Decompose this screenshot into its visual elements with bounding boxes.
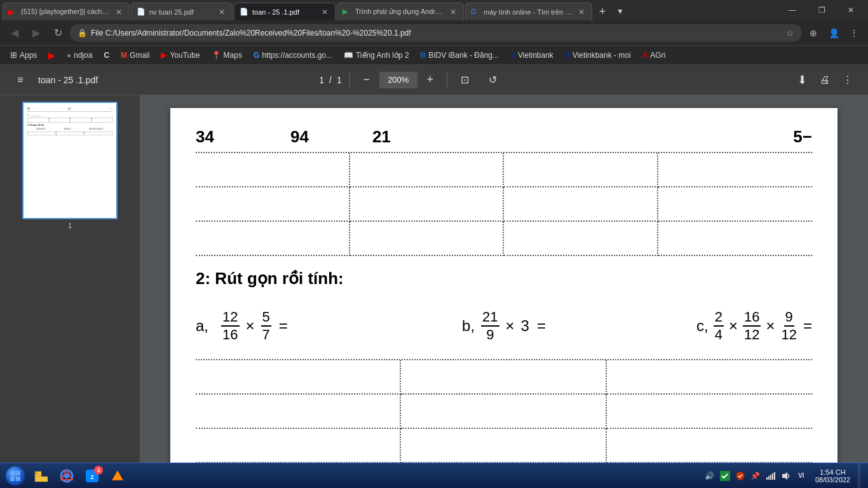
bookmark-maps[interactable]: 📍 Maps bbox=[207, 50, 247, 61]
fit-page-button[interactable]: ⊡ bbox=[455, 70, 475, 90]
tab-toan25[interactable]: 📄 toan - 25 .1.pdf ✕ bbox=[234, 3, 336, 20]
systray-network[interactable] bbox=[764, 470, 777, 482]
tab-close-3[interactable]: ✕ bbox=[320, 7, 330, 17]
svg-rect-0 bbox=[10, 471, 15, 475]
zoom-out-button[interactable]: − bbox=[358, 71, 376, 89]
bookmark-apps[interactable]: ⊞ Apps bbox=[5, 49, 42, 61]
systray-shield[interactable] bbox=[734, 470, 747, 482]
extensions-button[interactable]: ⊕ bbox=[804, 24, 822, 42]
tab-close-4[interactable]: ✕ bbox=[448, 7, 458, 17]
tabs-dropdown-button[interactable]: ▼ bbox=[611, 3, 629, 20]
tab-close-1[interactable]: ✕ bbox=[114, 7, 124, 17]
dotted-grid-bottom bbox=[196, 359, 812, 463]
address-text: File C:/Users/Administrator/Documents/Za… bbox=[91, 29, 782, 37]
bookmark-c[interactable]: C bbox=[98, 50, 114, 61]
bookmark-agri[interactable]: A AGri bbox=[637, 50, 671, 61]
maximize-button[interactable]: ❐ bbox=[807, 0, 836, 20]
taskbar-chrome[interactable] bbox=[55, 464, 79, 487]
tab-favicon-4: ▶ bbox=[342, 8, 351, 17]
bookmark-bidv[interactable]: B BIDV iBank - Đăng... bbox=[416, 50, 504, 61]
frac2-denominator: 7 bbox=[261, 327, 271, 343]
problem-a-label: a, bbox=[196, 317, 208, 335]
tab-close-2[interactable]: ✕ bbox=[217, 7, 227, 17]
tab-playtogether[interactable]: ▶ (515) [playtogether]|| cách tả... ✕ bbox=[3, 3, 130, 20]
pdf-menu-button[interactable]: ≡ bbox=[10, 70, 31, 90]
systray-checkmark[interactable] bbox=[719, 470, 731, 482]
taskbar-app4[interactable] bbox=[105, 464, 130, 487]
systray-pin[interactable]: 📌 bbox=[749, 470, 762, 482]
bookmark-youtube[interactable]: ▶ YouTube bbox=[156, 49, 205, 61]
rotate-button[interactable]: ↺ bbox=[483, 70, 503, 90]
checkmark-icon bbox=[720, 471, 730, 481]
tab-google[interactable]: G máy tính online - Tìm trên Go... ✕ bbox=[465, 3, 592, 20]
grid-cell-3 bbox=[504, 153, 658, 187]
taskbar-zalo[interactable]: Z 3 bbox=[80, 464, 104, 487]
systray-1[interactable]: 🔊 bbox=[703, 470, 716, 482]
bookmark-vietinbank-moi-label: Vietinkbank - moi bbox=[573, 51, 631, 60]
bookmark-gmail[interactable]: M Gmail bbox=[116, 50, 154, 61]
top-numbers-row: 3 4 9 4 21 5− bbox=[196, 127, 812, 152]
new-tab-button[interactable]: + bbox=[593, 3, 611, 20]
bookmark-apps-label: Apps bbox=[20, 51, 37, 60]
profile-button[interactable]: 👤 bbox=[825, 24, 843, 42]
bot-cell-1 bbox=[196, 360, 401, 395]
thumbnail-page-1[interactable]: ||||||||---- 1: ____ ___ ___ 2: Rút gọn … bbox=[22, 102, 118, 229]
tab-label-5: máy tính online - Tìm trên Go... bbox=[484, 8, 573, 16]
tab-label-4: Trình phát ứng dụng Android... bbox=[355, 8, 444, 16]
section-2-number: 2: bbox=[196, 269, 210, 288]
bookmark-vietinbank-moi[interactable]: V Vietinkbank - moi bbox=[560, 50, 636, 61]
top-num-4: 4 bbox=[299, 127, 308, 147]
fraction-16-12: 16 12 bbox=[743, 309, 761, 344]
bookmark-ndjoa[interactable]: ● ndjoa bbox=[62, 50, 97, 61]
start-button[interactable] bbox=[3, 463, 28, 489]
clock-area[interactable]: 1:54 CH 08/03/2022 bbox=[810, 468, 855, 484]
tab-close-5[interactable]: ✕ bbox=[576, 7, 587, 17]
print-button[interactable]: 🖨 bbox=[815, 70, 835, 90]
zoom-in-button[interactable]: + bbox=[421, 71, 439, 89]
systray-keyboard[interactable]: VI bbox=[795, 470, 808, 482]
minimize-button[interactable]: — bbox=[778, 0, 807, 20]
windows-logo-icon bbox=[10, 470, 21, 482]
more-options-button[interactable]: ⋮ bbox=[837, 70, 858, 90]
bookmark-star-icon[interactable]: ☆ bbox=[786, 28, 794, 38]
grid-cell-2 bbox=[350, 153, 505, 187]
math-problems-row: a, 12 16 × 5 7 = b, bbox=[196, 299, 812, 359]
show-desktop-button[interactable] bbox=[858, 463, 860, 489]
tab-nvtuan[interactable]: 📄 nv tuan 25.pdf ✕ bbox=[131, 3, 233, 20]
forward-button[interactable]: ▶ bbox=[27, 24, 46, 43]
vietinbank-icon: V bbox=[510, 51, 515, 60]
download-button[interactable]: ⬇ bbox=[792, 70, 812, 90]
problem-b-times: × bbox=[506, 317, 515, 335]
problem-a-times: × bbox=[246, 317, 255, 335]
svg-rect-16 bbox=[770, 475, 771, 480]
google-icon: G bbox=[254, 51, 259, 60]
problem-a-equals: = bbox=[279, 317, 288, 335]
pdf-content-area[interactable]: 3 4 9 4 21 5− bbox=[140, 95, 868, 463]
problem-b-num: 3 bbox=[521, 317, 529, 335]
shield-icon bbox=[735, 471, 745, 481]
reload-button[interactable]: ↻ bbox=[48, 24, 67, 43]
chrome-icon bbox=[60, 469, 74, 483]
tab-android[interactable]: ▶ Trình phát ứng dụng Android... ✕ bbox=[337, 3, 464, 20]
thumbnail-page-number: 1 bbox=[68, 222, 72, 229]
bookmark-vietinbank[interactable]: V Vietinbank bbox=[505, 50, 559, 61]
start-orb bbox=[6, 466, 25, 485]
fraction-21-9: 21 9 bbox=[481, 309, 499, 344]
back-button[interactable]: ◀ bbox=[5, 24, 24, 43]
bookmark-google-accounts[interactable]: G https://accounts.go... bbox=[248, 50, 337, 61]
bookmark-tieng-anh[interactable]: 📖 Tiếng Anh lớp 2 bbox=[339, 50, 414, 61]
network-icon bbox=[766, 471, 776, 481]
zoom-input[interactable] bbox=[379, 72, 417, 88]
address-bar[interactable]: 🔒 File C:/Users/Administrator/Documents/… bbox=[70, 24, 802, 42]
taskbar-explorer[interactable] bbox=[29, 464, 53, 487]
bookmark-youtube-icon[interactable]: ▶ bbox=[43, 49, 60, 62]
systray-volume[interactable] bbox=[780, 470, 792, 482]
top-num-6: 5− bbox=[793, 127, 812, 147]
bot-cell-5 bbox=[401, 395, 606, 429]
chrome-menu-button[interactable]: ⋮ bbox=[845, 24, 863, 42]
close-button[interactable]: ✕ bbox=[836, 0, 865, 20]
thumbnail-content: ||||||||---- 1: ____ ___ ___ 2: Rút gọn … bbox=[24, 103, 116, 218]
problem-c: c, 2 4 × 16 12 × 9 12 = bbox=[607, 309, 812, 344]
maps-icon: 📍 bbox=[212, 51, 221, 60]
youtube-bm-icon: ▶ bbox=[161, 50, 167, 60]
